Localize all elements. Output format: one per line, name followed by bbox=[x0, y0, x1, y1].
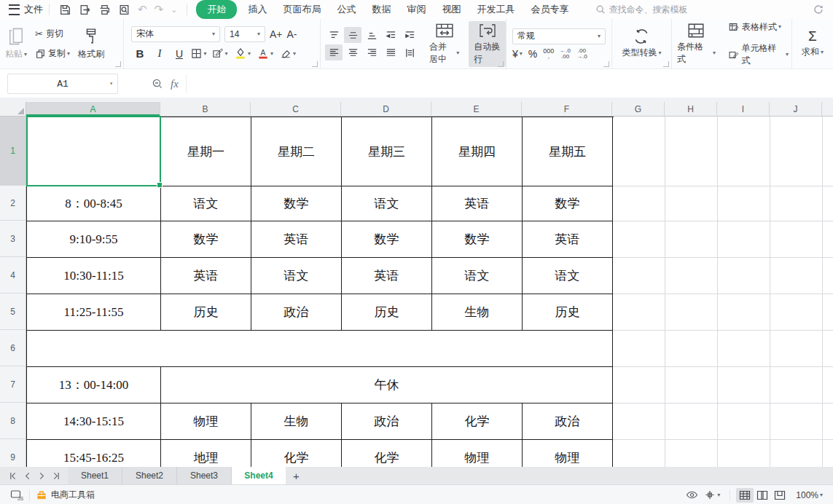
sheet-tab-sheet1[interactable]: Sheet1 bbox=[68, 467, 122, 484]
fx-button[interactable]: fx bbox=[171, 78, 179, 90]
cell-e4[interactable]: 语文 bbox=[432, 258, 523, 294]
tab-insert[interactable]: 插入 bbox=[240, 1, 275, 18]
row-header-4[interactable]: 4 bbox=[0, 257, 26, 294]
number-format-select[interactable]: 常规 ▾ bbox=[512, 28, 606, 44]
zoom-formula-button[interactable] bbox=[152, 78, 163, 90]
cut-button[interactable]: ✂ 剪切 bbox=[32, 25, 73, 42]
thousands-separator-button[interactable]: 000 , bbox=[543, 48, 554, 60]
cell-d8[interactable]: 政治 bbox=[342, 403, 432, 440]
sheet-tab-sheet4[interactable]: Sheet4 bbox=[232, 467, 286, 484]
column-header-c[interactable]: C bbox=[251, 102, 341, 117]
cell-c4[interactable]: 语文 bbox=[251, 258, 342, 294]
select-all-button[interactable] bbox=[0, 102, 26, 117]
align-top-button[interactable] bbox=[325, 27, 343, 43]
tab-home[interactable]: 开始 bbox=[196, 0, 237, 19]
tab-developer[interactable]: 开发工具 bbox=[469, 1, 523, 18]
decrease-decimal-button[interactable]: .00 →.0 bbox=[576, 48, 587, 60]
tab-page-layout[interactable]: 页面布局 bbox=[275, 1, 329, 18]
section-expand-icon[interactable] bbox=[498, 61, 504, 67]
quick-access-chevron-icon[interactable]: ⌄ bbox=[167, 5, 181, 15]
cell-b1[interactable]: 星期一 bbox=[161, 117, 251, 186]
normal-view-button[interactable] bbox=[736, 488, 754, 503]
name-box[interactable]: A1 ▾ bbox=[7, 74, 118, 94]
justify-button[interactable] bbox=[382, 44, 399, 60]
font-size-select[interactable]: 14 ▾ bbox=[224, 26, 265, 42]
prev-sheet-icon[interactable] bbox=[23, 472, 31, 480]
cell-c3[interactable]: 英语 bbox=[251, 221, 342, 258]
align-middle-button[interactable] bbox=[344, 27, 361, 43]
cell-a8[interactable]: 14:30-15:15 bbox=[27, 403, 161, 440]
borders-button[interactable]: ▾ bbox=[190, 46, 208, 62]
cell-b7-f7-merged[interactable]: 午休 bbox=[161, 367, 613, 403]
cell-a1[interactable] bbox=[27, 117, 161, 186]
fill-color-button[interactable]: ▾ bbox=[232, 46, 253, 62]
print-button[interactable] bbox=[95, 2, 114, 17]
toolbox-button[interactable]: 电商工具箱 bbox=[36, 489, 95, 501]
row-header-9[interactable]: 9 bbox=[0, 439, 26, 467]
decrease-indent-button[interactable] bbox=[382, 27, 399, 43]
column-header-h[interactable]: H bbox=[665, 102, 717, 117]
cell-style-button[interactable]: 单元格样式 ▾ bbox=[725, 40, 791, 69]
align-bottom-button[interactable] bbox=[363, 27, 380, 43]
cell-f9[interactable]: 物理 bbox=[523, 440, 613, 467]
quick-locate-button[interactable]: ▾ bbox=[700, 488, 724, 503]
next-sheet-icon[interactable] bbox=[38, 472, 46, 480]
cell-b2[interactable]: 语文 bbox=[161, 186, 251, 221]
column-header-b[interactable]: B bbox=[160, 102, 251, 117]
row-header-8[interactable]: 8 bbox=[0, 403, 26, 439]
cell-e9[interactable]: 物理 bbox=[432, 440, 523, 467]
column-header-a[interactable]: A bbox=[26, 102, 160, 117]
column-header-i[interactable]: I bbox=[717, 102, 770, 117]
font-name-select[interactable]: 宋体 ▾ bbox=[131, 26, 220, 42]
tab-formulas[interactable]: 公式 bbox=[329, 1, 364, 18]
row-header-1[interactable]: 1 bbox=[0, 117, 26, 186]
cell-b3[interactable]: 数学 bbox=[161, 221, 251, 258]
conditional-format-button[interactable]: 条件格式▾ bbox=[672, 21, 721, 67]
cell-c9[interactable]: 化学 bbox=[251, 440, 342, 467]
underline-button[interactable]: U bbox=[171, 46, 188, 62]
sheet-tab-sheet3[interactable]: Sheet3 bbox=[177, 467, 232, 484]
cell-c5[interactable]: 政治 bbox=[251, 294, 342, 331]
font-color-button[interactable]: A ▾ bbox=[255, 46, 275, 62]
section-expand-icon[interactable] bbox=[663, 61, 669, 67]
sum-button[interactable]: Σ 求和▾ bbox=[797, 28, 829, 60]
bold-button[interactable]: B bbox=[131, 46, 149, 62]
section-expand-icon[interactable] bbox=[312, 61, 318, 67]
grow-font-button[interactable]: A+ bbox=[270, 28, 283, 40]
cell-d5[interactable]: 历史 bbox=[342, 294, 432, 331]
menu-file[interactable]: 文件 bbox=[24, 3, 43, 16]
section-expand-icon[interactable] bbox=[603, 61, 609, 67]
cell-f2[interactable]: 数学 bbox=[523, 186, 613, 221]
cell-e1[interactable]: 星期四 bbox=[432, 117, 523, 186]
row-header-7[interactable]: 7 bbox=[0, 366, 26, 403]
undo-button[interactable]: ↶ bbox=[134, 3, 151, 16]
zoom-level-button[interactable]: 100% ▾ bbox=[796, 490, 823, 500]
type-convert-button[interactable]: 类型转换▾ bbox=[617, 27, 666, 60]
cell-b9[interactable]: 地理 bbox=[161, 440, 251, 467]
save-button[interactable] bbox=[55, 2, 75, 17]
hamburger-icon[interactable] bbox=[9, 4, 20, 15]
cell-d4[interactable]: 英语 bbox=[342, 258, 432, 294]
redo-button[interactable]: ↷ bbox=[151, 3, 168, 16]
cell-c2[interactable]: 数学 bbox=[251, 186, 342, 221]
cell-f4[interactable]: 语文 bbox=[523, 258, 613, 294]
sheet-tab-sheet2[interactable]: Sheet2 bbox=[122, 467, 177, 484]
print-preview-button[interactable] bbox=[114, 2, 134, 17]
paste-button[interactable]: 粘贴▾ bbox=[0, 25, 32, 62]
column-header-partial[interactable] bbox=[822, 102, 833, 117]
eye-protection-button[interactable] bbox=[683, 488, 700, 503]
currency-button[interactable]: ¥▾ bbox=[512, 48, 523, 60]
shrink-font-button[interactable]: A- bbox=[287, 28, 297, 40]
cell-f1[interactable]: 星期五 bbox=[523, 117, 613, 186]
cell-b4[interactable]: 英语 bbox=[161, 258, 251, 294]
cell-d1[interactable]: 星期三 bbox=[342, 117, 432, 186]
cell-e5[interactable]: 生物 bbox=[432, 294, 523, 331]
cell-b5[interactable]: 历史 bbox=[161, 294, 251, 331]
cell-f3[interactable]: 英语 bbox=[523, 221, 613, 258]
tab-data[interactable]: 数据 bbox=[364, 1, 399, 18]
table-style-button[interactable]: 表格样式 ▾ bbox=[725, 19, 791, 36]
sync-button[interactable] bbox=[813, 4, 824, 15]
cell-d2[interactable]: 语文 bbox=[342, 186, 432, 221]
cell-c8[interactable]: 生物 bbox=[251, 403, 342, 440]
format-painter-button[interactable]: 格式刷 bbox=[73, 25, 109, 62]
